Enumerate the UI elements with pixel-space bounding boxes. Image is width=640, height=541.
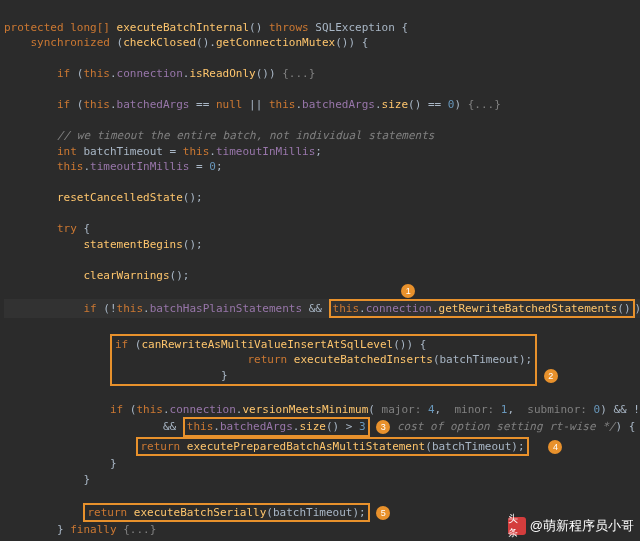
- highlight-box-5: return executeBatchSerially(batchTimeout…: [83, 503, 369, 523]
- annotation-badge-3: 3: [376, 420, 390, 434]
- highlight-box-1: this.connection.getRewriteBatchedStateme…: [329, 299, 635, 319]
- annotation-badge-5: 5: [376, 506, 390, 520]
- annotation-badge-2: 2: [544, 369, 558, 383]
- watermark: 头条 @萌新程序员小哥: [508, 517, 634, 535]
- highlight-box-4: return executePreparedBatchAsMultiStatem…: [136, 437, 528, 457]
- annotation-badge-4: 4: [548, 440, 562, 454]
- watermark-text: @萌新程序员小哥: [530, 517, 634, 535]
- annotation-badge-1: 1: [401, 284, 415, 298]
- toutiao-logo-icon: 头条: [508, 517, 526, 535]
- highlight-box-2: if (canRewriteAsMultiValueInsertAtSqlLev…: [110, 334, 537, 387]
- highlight-box-3: this.batchedArgs.size() > 3: [183, 417, 370, 437]
- code-snippet: protected long[] executeBatchInternal() …: [0, 0, 640, 541]
